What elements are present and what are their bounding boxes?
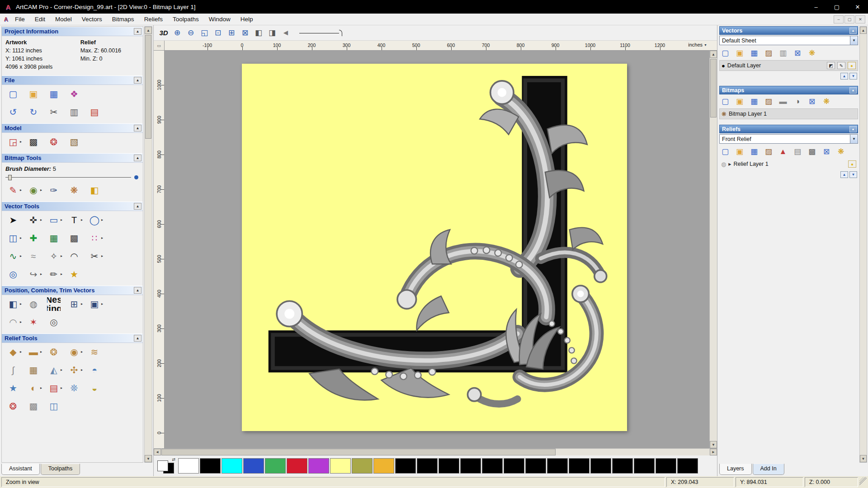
menu-item[interactable]: File bbox=[10, 14, 30, 24]
emboss-relief-icon[interactable]: ◭▸ bbox=[47, 363, 64, 377]
collapse-section-icon[interactable]: ▲ bbox=[134, 287, 142, 294]
palette-swatch[interactable] bbox=[265, 458, 286, 474]
spin-relief-icon[interactable]: ◉▸ bbox=[67, 345, 85, 359]
collapse-section-icon[interactable]: ▲ bbox=[134, 203, 142, 210]
save-vector-layer-icon[interactable]: ▦ bbox=[748, 47, 760, 58]
zoom-out-icon[interactable]: ⊖ bbox=[184, 27, 197, 39]
create-points-icon[interactable]: ∷▸ bbox=[88, 231, 105, 245]
palette-swatch[interactable] bbox=[330, 458, 351, 474]
create-ellipse-icon[interactable]: ◯▸ bbox=[88, 213, 105, 227]
delete-relief-layer-icon[interactable]: ⊠ bbox=[821, 146, 832, 157]
palette-swatch[interactable] bbox=[656, 458, 676, 474]
fit-arcs-icon[interactable]: ↪▸ bbox=[27, 267, 44, 281]
load-image-icon[interactable]: ▧ bbox=[67, 135, 85, 149]
redo-icon[interactable]: ↻ bbox=[27, 105, 44, 119]
paint-selective-icon[interactable]: ◉▸ bbox=[27, 183, 44, 197]
palette-swatch[interactable] bbox=[482, 458, 503, 474]
collapse-section-icon[interactable]: ▲ bbox=[134, 335, 142, 342]
zoom-in-icon[interactable]: ⊕ bbox=[171, 27, 184, 39]
import-vectors-icon[interactable]: ▨ bbox=[763, 47, 774, 58]
vector-layer-row[interactable]: ● Default Layer ◩ ✎ ● bbox=[719, 60, 858, 71]
export-vectors-icon[interactable]: ▥ bbox=[777, 47, 789, 58]
layer-visibility-icon[interactable]: ● bbox=[848, 160, 856, 168]
interactive-sculpt-icon[interactable]: ✣▸ bbox=[67, 363, 85, 377]
palette-swatch[interactable] bbox=[547, 458, 568, 474]
wrap-relief-icon[interactable]: ◐▸ bbox=[27, 381, 44, 395]
save-relief-layer-icon[interactable]: ▦ bbox=[748, 146, 760, 157]
offset-vector-icon[interactable]: ◫▸ bbox=[6, 231, 24, 245]
primary-secondary-colour-selector[interactable]: ⇄ bbox=[156, 457, 175, 474]
move-layer-up-button[interactable]: ▲ bbox=[840, 73, 848, 80]
palette-swatch[interactable] bbox=[525, 458, 546, 474]
scroll-up-icon[interactable]: ▲ bbox=[860, 27, 867, 34]
transform-vectors-icon[interactable]: ✜▸ bbox=[27, 213, 44, 227]
undo-icon[interactable]: ↺ bbox=[6, 105, 24, 119]
bitmap-layer-wizard-icon[interactable]: ❋ bbox=[821, 96, 832, 107]
paste-relief-icon[interactable]: ▤▸ bbox=[47, 381, 64, 395]
open-model-icon[interactable]: ▣ bbox=[27, 87, 44, 101]
open-bitmap-layer-icon[interactable]: ▣ bbox=[734, 96, 745, 107]
create-rectangle-icon[interactable]: ▭▸ bbox=[47, 213, 64, 227]
primary-colour-swatch[interactable] bbox=[157, 460, 168, 471]
palette-swatch[interactable] bbox=[504, 458, 524, 474]
colour-picker-icon[interactable]: ✑ bbox=[47, 183, 64, 197]
tab-add-in[interactable]: Add In bbox=[753, 464, 784, 475]
move-layer-up-button[interactable]: ▲ bbox=[840, 171, 848, 178]
sidebar-scrollbar[interactable]: ▲ ▼ bbox=[144, 26, 152, 463]
zoom-previous-icon[interactable]: ◱ bbox=[198, 27, 211, 39]
brush-diameter-slider[interactable] bbox=[5, 174, 138, 181]
trim-vectors-icon[interactable]: ✂▸ bbox=[88, 249, 105, 263]
bitmap-to-vector-icon[interactable]: ▩ bbox=[67, 231, 85, 245]
relief-layer-wizard-icon[interactable]: ❋ bbox=[835, 146, 847, 157]
paste-icon[interactable]: ▤ bbox=[88, 105, 105, 119]
scrollbar-thumb[interactable] bbox=[145, 35, 151, 139]
scroll-right-icon[interactable]: ► bbox=[710, 449, 717, 455]
child-restore-button[interactable]: ▢ bbox=[844, 15, 854, 23]
move-layer-down-button[interactable]: ▼ bbox=[849, 73, 857, 80]
palette-swatch[interactable] bbox=[439, 458, 459, 474]
envelope-distort-icon[interactable]: ◓ bbox=[88, 363, 105, 377]
palette-swatch[interactable] bbox=[373, 458, 394, 474]
minimize-button[interactable]: – bbox=[806, 0, 826, 14]
zoom-previous-view-icon[interactable]: ◄ bbox=[279, 27, 292, 39]
export-model-icon[interactable]: ❖ bbox=[67, 87, 85, 101]
duplicate-vectors-icon[interactable]: ▣▸ bbox=[88, 297, 105, 311]
layers-panel-scrollbar[interactable]: ▲ ▼ bbox=[859, 26, 867, 463]
scroll-left-icon[interactable]: ◄ bbox=[154, 449, 161, 455]
freehand-draw-icon[interactable]: ∿▸ bbox=[6, 249, 24, 263]
child-minimize-button[interactable]: – bbox=[834, 15, 844, 23]
scroll-up-icon[interactable]: ▲ bbox=[710, 51, 717, 58]
offset-relief-icon[interactable]: ◒ bbox=[88, 381, 105, 395]
collapse-section-icon[interactable]: ▲ bbox=[849, 126, 857, 132]
delete-bitmap-layer-icon[interactable]: ⊠ bbox=[806, 96, 818, 107]
collapse-section-icon[interactable]: ▲ bbox=[134, 125, 142, 131]
relief-clipart-icon[interactable]: ❊ bbox=[67, 381, 85, 395]
menu-item[interactable]: Reliefs bbox=[139, 14, 168, 24]
palette-swatch[interactable] bbox=[222, 458, 242, 474]
expand-layer-icon[interactable]: ▶ bbox=[728, 162, 731, 166]
menu-item[interactable]: Toolpaths bbox=[168, 14, 204, 24]
snap-right-icon[interactable]: ◨ bbox=[266, 27, 278, 39]
new-vector-layer-icon[interactable]: ▢ bbox=[719, 47, 731, 58]
horizontal-scrollbar[interactable]: ◄ ► bbox=[154, 448, 717, 455]
slider-handle[interactable] bbox=[8, 175, 12, 180]
bitmap-layer-row[interactable]: ❋ Bitmap Layer 1 bbox=[719, 108, 858, 119]
create-text-icon[interactable]: T▸ bbox=[67, 213, 85, 227]
scrollbar-thumb[interactable] bbox=[710, 59, 717, 117]
open-relief-layer-icon[interactable]: ▣ bbox=[734, 146, 745, 157]
line-width-preview[interactable] bbox=[299, 29, 344, 37]
layer-visibility-icon[interactable]: ● bbox=[848, 62, 856, 69]
create-cross-icon[interactable]: ✚ bbox=[27, 231, 44, 245]
shape-editor-icon[interactable]: ◆▸ bbox=[6, 345, 24, 359]
collapse-section-icon[interactable]: ▲ bbox=[849, 87, 857, 94]
relief-layer-row[interactable]: ◍ ▶ Relief Layer 1 ● bbox=[719, 159, 858, 169]
collapse-section-icon[interactable]: ▲ bbox=[134, 28, 142, 35]
palette-swatch[interactable] bbox=[417, 458, 438, 474]
swept-profile-icon[interactable]: ∫ bbox=[6, 363, 24, 377]
move-layer-down-button[interactable]: ▼ bbox=[849, 171, 857, 178]
nesting-icon[interactable]: Nes ting bbox=[47, 297, 64, 311]
resize-grip[interactable] bbox=[859, 477, 867, 487]
vertical-scrollbar[interactable]: ▲ ▼ bbox=[709, 51, 717, 448]
relief-mirror-icon[interactable]: ◫ bbox=[47, 399, 64, 413]
paint-icon[interactable]: ✎▸ bbox=[6, 183, 24, 197]
